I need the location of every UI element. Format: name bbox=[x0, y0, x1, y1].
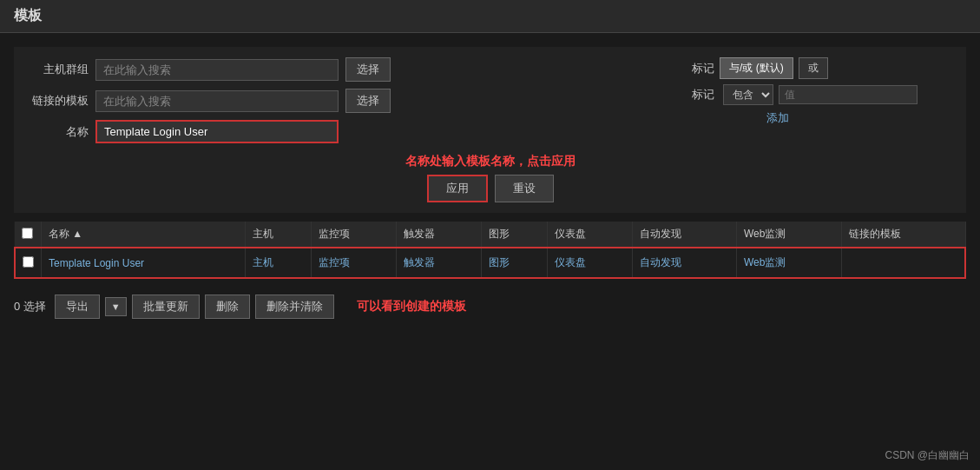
row-web-link[interactable]: Web监测 bbox=[744, 256, 786, 268]
row-items-link[interactable]: 监控项 bbox=[319, 256, 350, 268]
col-discovery: 自动发现 bbox=[632, 222, 736, 248]
row-discovery-cell: 自动发现 bbox=[632, 248, 736, 278]
filter-grid: 主机群组 选择 链接的模板 选择 名称 bbox=[28, 57, 952, 149]
row-hosts-link[interactable]: 主机 bbox=[253, 256, 273, 268]
tags-contains-select[interactable]: 包含 bbox=[723, 84, 773, 105]
row-dashboards-cell: 仪表盘 bbox=[547, 248, 632, 278]
row-name-cell: Template Login User bbox=[42, 248, 246, 278]
templates-table: 名称 ▲ 主机 监控项 触发器 图形 仪表盘 自动发现 Web监测 链接的模板 bbox=[14, 222, 966, 279]
row-graphs-cell: 图形 bbox=[481, 248, 547, 278]
tags-and-button[interactable]: 与/或 (默认) bbox=[720, 57, 793, 79]
linked-template-input[interactable] bbox=[95, 90, 339, 112]
tags-inner-label: 标记 bbox=[692, 87, 718, 103]
annotation-text-1: 名称处输入模板名称，点击应用 bbox=[28, 154, 952, 169]
row-checkbox-cell[interactable] bbox=[15, 248, 42, 278]
row-dashboards-link[interactable]: 仪表盘 bbox=[555, 256, 586, 268]
delete-clear-button[interactable]: 删除并清除 bbox=[255, 295, 334, 319]
page-header: 模板 bbox=[0, 0, 980, 33]
select-all-checkbox-header[interactable] bbox=[15, 222, 42, 248]
name-label: 名称 bbox=[28, 124, 89, 140]
tags-top-row: 标记 与/或 (默认) 或 bbox=[692, 57, 952, 79]
annotation-text-2: 可以看到创建的模板 bbox=[357, 299, 466, 314]
tags-value-input[interactable] bbox=[779, 85, 918, 104]
csdn-watermark: CSDN @白幽幽白 bbox=[885, 448, 970, 463]
row-triggers-link[interactable]: 触发器 bbox=[404, 256, 435, 268]
col-hosts: 主机 bbox=[246, 222, 312, 248]
page-title: 模板 bbox=[14, 7, 966, 25]
row-linked-cell bbox=[842, 248, 966, 278]
host-group-input[interactable] bbox=[95, 59, 339, 81]
filter-left: 主机群组 选择 链接的模板 选择 名称 bbox=[28, 57, 666, 149]
name-input[interactable] bbox=[95, 120, 339, 143]
col-triggers: 触发器 bbox=[396, 222, 481, 248]
main-content: 主机群组 选择 链接的模板 选择 名称 bbox=[0, 33, 980, 341]
row-web-cell: Web监测 bbox=[736, 248, 841, 278]
export-button[interactable]: 导出 bbox=[55, 295, 100, 319]
row-hosts-cell: 主机 bbox=[246, 248, 312, 278]
tags-add-row: 添加 bbox=[692, 110, 952, 126]
host-group-select-button[interactable]: 选择 bbox=[345, 57, 391, 82]
tags-or-button[interactable]: 或 bbox=[799, 57, 828, 79]
col-web: Web监测 bbox=[736, 222, 841, 248]
filter-right: 标记 与/或 (默认) 或 标记 包含 添加 bbox=[692, 57, 952, 149]
table-header-row: 名称 ▲ 主机 监控项 触发器 图形 仪表盘 自动发现 Web监测 链接的模板 bbox=[15, 222, 965, 248]
host-group-row: 主机群组 选择 bbox=[28, 57, 666, 82]
row-discovery-link[interactable]: 自动发现 bbox=[640, 256, 681, 268]
host-group-label: 主机群组 bbox=[28, 62, 89, 77]
col-linked: 链接的模板 bbox=[842, 222, 966, 248]
filter-section: 主机群组 选择 链接的模板 选择 名称 bbox=[14, 47, 966, 213]
selected-count: 0 选择 bbox=[14, 299, 46, 314]
reset-button[interactable]: 重设 bbox=[495, 175, 554, 202]
col-dashboards: 仪表盘 bbox=[547, 222, 632, 248]
apply-button[interactable]: 应用 bbox=[427, 175, 488, 202]
select-all-checkbox[interactable] bbox=[22, 228, 33, 239]
col-graphs: 图形 bbox=[481, 222, 547, 248]
bottom-bar: 0 选择 导出 ▼ 批量更新 删除 删除并清除 可以看到创建的模板 bbox=[14, 286, 966, 328]
tags-second-row: 标记 包含 bbox=[692, 84, 952, 105]
delete-button[interactable]: 删除 bbox=[205, 295, 250, 319]
action-row: 应用 重设 bbox=[28, 175, 952, 202]
row-name-link[interactable]: Template Login User bbox=[49, 257, 144, 269]
row-items-cell: 监控项 bbox=[311, 248, 396, 278]
tags-label: 标记 bbox=[692, 61, 714, 76]
table-container: 名称 ▲ 主机 监控项 触发器 图形 仪表盘 自动发现 Web监测 链接的模板 bbox=[14, 222, 966, 279]
row-triggers-cell: 触发器 bbox=[396, 248, 481, 278]
name-row: 名称 bbox=[28, 120, 666, 143]
linked-template-row: 链接的模板 选择 bbox=[28, 89, 666, 113]
col-items: 监控项 bbox=[311, 222, 396, 248]
linked-template-label: 链接的模板 bbox=[28, 93, 89, 109]
bulk-update-button[interactable]: 批量更新 bbox=[132, 295, 200, 319]
export-dropdown-button[interactable]: ▼ bbox=[105, 297, 127, 316]
row-graphs-link[interactable]: 图形 bbox=[489, 256, 510, 268]
col-name[interactable]: 名称 ▲ bbox=[42, 222, 246, 248]
add-link-text[interactable]: 添加 bbox=[766, 111, 789, 124]
table-row: Template Login User 主机 监控项 触发器 图形 bbox=[15, 248, 965, 278]
linked-template-select-button[interactable]: 选择 bbox=[345, 89, 391, 113]
row-checkbox[interactable] bbox=[23, 256, 34, 268]
